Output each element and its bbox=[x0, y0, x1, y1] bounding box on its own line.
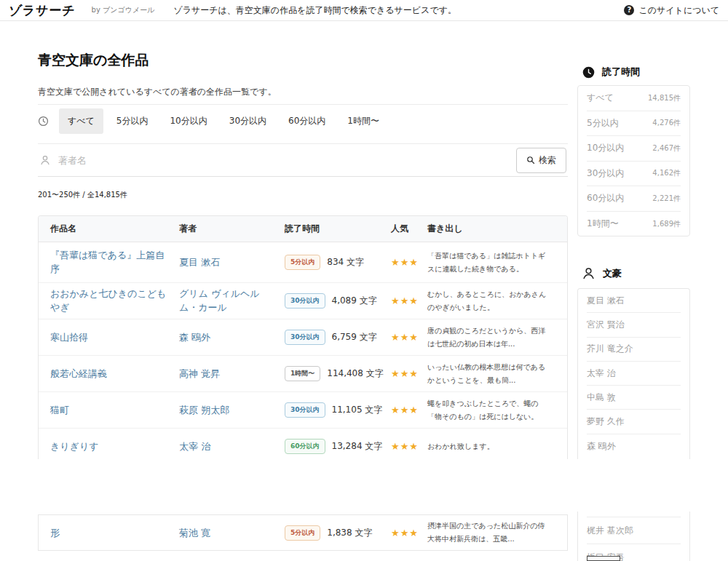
author-link[interactable]: 森 鴎外 bbox=[179, 331, 210, 345]
excerpt-text: 摂津半国の主であった松山新介の侍大将中村新兵衛は、五畿... bbox=[427, 520, 557, 546]
byline: by ブンゴウメール bbox=[92, 5, 155, 15]
filter-tab-0[interactable]: すべて bbox=[59, 108, 103, 134]
page-title: 青空文庫の全作品 bbox=[38, 51, 149, 70]
top-bar: ゾラサーチ by ブンゴウメール ゾラサーチは、青空文庫の作品を読了時間で検索で… bbox=[0, 0, 728, 21]
popularity-stars: ★★★ bbox=[391, 257, 427, 268]
reading-time-badge: 30分以内 bbox=[285, 402, 325, 418]
author-link[interactable]: グリム ヴィルヘルム・カール bbox=[179, 287, 277, 315]
author-item[interactable]: 芥川 竜之介 bbox=[587, 338, 681, 362]
reading-time-item[interactable]: 1時間〜1,689件 bbox=[587, 212, 681, 237]
work-title-cell: 猫町 bbox=[50, 402, 179, 418]
author-item[interactable]: 森 鴎外 bbox=[587, 434, 681, 458]
char-count: 834 文字 bbox=[327, 256, 364, 268]
filter-tab-2[interactable]: 10分以内 bbox=[161, 108, 215, 134]
reading-time-item-label: 60分以内 bbox=[587, 192, 624, 204]
author-link[interactable]: 菊池 寛 bbox=[179, 527, 210, 541]
reading-time-badge: 1時間〜 bbox=[285, 366, 320, 381]
work-title-link[interactable]: 『吾輩は猫である』上篇自序 bbox=[50, 249, 172, 276]
search-button[interactable]: 検索 bbox=[516, 148, 566, 173]
filter-tab-3[interactable]: 30分以内 bbox=[221, 108, 275, 134]
reading-time-cell: 1時間〜114,408 文字 bbox=[285, 366, 391, 381]
table-row: おおかみと七ひきのこどもやぎグリム ヴィルヘルム・カール30分以内4,089 文… bbox=[39, 283, 567, 319]
reading-time-item[interactable]: 10分以内2,467件 bbox=[587, 136, 681, 162]
table-row: 『吾輩は猫である』上篇自序夏目 漱石5分以内834 文字★★★「吾輩は猫である」… bbox=[39, 242, 567, 283]
author-item[interactable]: 宮沢 賢治 bbox=[587, 313, 681, 337]
filter-tab-5[interactable]: 1時間〜 bbox=[339, 108, 388, 134]
work-title-link[interactable]: 般若心経講義 bbox=[50, 367, 107, 381]
authors-heading-label: 文豪 bbox=[603, 267, 622, 280]
authors-fragment-list: 梶井 基次郎坂口 安吾 bbox=[578, 517, 689, 561]
work-title-cell: 『吾輩は猫である』上篇自序 bbox=[50, 249, 179, 276]
char-count: 11,105 文字 bbox=[332, 404, 383, 416]
char-count: 4,089 文字 bbox=[332, 295, 377, 307]
work-title-cell: 般若心経講義 bbox=[50, 366, 179, 381]
site-logo[interactable]: ゾラサーチ bbox=[7, 2, 76, 19]
author-item[interactable]: 中島 敦 bbox=[587, 386, 681, 410]
filter-tab-1[interactable]: 5分以内 bbox=[108, 108, 157, 134]
author-cell: 太宰 治 bbox=[179, 439, 285, 454]
reading-time-item[interactable]: すべて14,815件 bbox=[587, 86, 681, 111]
filter-tab-4[interactable]: 60分以内 bbox=[280, 108, 334, 134]
reading-time-item-label: 10分以内 bbox=[587, 142, 624, 154]
reading-time-item[interactable]: 60分以内2,221件 bbox=[587, 186, 681, 212]
authors-card: 夏目 漱石宮沢 賢治芥川 竜之介太宰 治中島 敦夢野 久作森 鴎外 bbox=[577, 288, 690, 459]
excerpt-text: むかし、あるところに、おかあさんのやぎがいました。 bbox=[427, 288, 557, 314]
reading-time-item-count: 14,815件 bbox=[648, 93, 681, 103]
page-subtitle: 青空文庫で公開されているすべての著者の全作品一覧です。 bbox=[38, 86, 277, 98]
popularity-stars: ★★★ bbox=[391, 528, 427, 538]
reading-time-item[interactable]: 5分以内4,276件 bbox=[587, 111, 681, 137]
author-search-input[interactable] bbox=[58, 155, 509, 166]
filter-tabs: すべて5分以内10分以内30分以内60分以内1時間〜 bbox=[59, 108, 388, 134]
reading-time-item-count: 4,276件 bbox=[652, 118, 681, 128]
popularity-stars: ★★★ bbox=[391, 332, 427, 343]
work-title-link[interactable]: 寒山拾得 bbox=[50, 331, 88, 345]
excerpt-text: おわかれ致します。 bbox=[427, 440, 557, 453]
work-title-link[interactable]: 形 bbox=[50, 527, 60, 541]
reading-time-cell: 30分以内6,759 文字 bbox=[285, 330, 391, 345]
column-header-3: 人気 bbox=[391, 223, 427, 235]
work-title-cell: 形 bbox=[50, 525, 179, 541]
reading-time-item-count: 4,162件 bbox=[652, 168, 681, 178]
column-header-0: 作品名 bbox=[50, 223, 179, 235]
author-item[interactable]: 夏目 漱石 bbox=[587, 289, 681, 313]
reading-time-item[interactable]: 30分以内4,162件 bbox=[587, 162, 681, 187]
author-cell: 高神 覚昇 bbox=[179, 366, 285, 381]
reading-time-cell: 30分以内11,105 文字 bbox=[285, 402, 391, 418]
cutoff-element bbox=[587, 556, 620, 561]
popularity-stars: ★★★ bbox=[391, 368, 427, 379]
reading-time-heading-label: 読了時間 bbox=[602, 65, 640, 79]
author-item[interactable]: 太宰 治 bbox=[587, 362, 681, 386]
reading-time-badge: 60分以内 bbox=[285, 439, 325, 454]
question-circle-icon: ? bbox=[624, 5, 634, 15]
author-item[interactable]: 夢野 久作 bbox=[587, 410, 681, 434]
reading-time-badge: 30分以内 bbox=[285, 293, 325, 309]
table-row: 般若心経講義高神 覚昇1時間〜114,408 文字★★★いったい仏教の根本思想は… bbox=[39, 356, 567, 392]
reading-time-heading: 読了時間 bbox=[582, 65, 640, 79]
work-title-cell: きりぎりす bbox=[50, 439, 179, 454]
work-title-link[interactable]: おおかみと七ひきのこどもやぎ bbox=[50, 287, 172, 315]
author-item[interactable]: 梶井 基次郎 bbox=[587, 517, 681, 544]
author-link[interactable]: 夏目 漱石 bbox=[179, 256, 220, 270]
person-outline-icon bbox=[582, 266, 596, 280]
reading-time-item-label: 5分以内 bbox=[587, 117, 619, 130]
excerpt-text: いったい仏教の根本思想は何であるかということを、最も簡... bbox=[427, 361, 557, 387]
about-link[interactable]: ? このサイトについて bbox=[624, 4, 719, 17]
author-link[interactable]: 萩原 朔太郎 bbox=[179, 404, 229, 418]
search-icon bbox=[526, 156, 535, 164]
author-search-row: 検索 bbox=[38, 143, 568, 177]
author-link[interactable]: 太宰 治 bbox=[179, 440, 210, 454]
work-title-link[interactable]: きりぎりす bbox=[50, 440, 99, 454]
authors-card-fragment: 梶井 基次郎坂口 安吾 bbox=[577, 512, 690, 561]
work-title-link[interactable]: 猫町 bbox=[50, 404, 69, 418]
excerpt-text: 「吾輩は猫である」は雑誌ホトトギスに連載した続き物である。 bbox=[427, 250, 557, 276]
reading-time-item-count: 2,467件 bbox=[652, 143, 681, 154]
reading-time-badge: 5分以内 bbox=[285, 525, 320, 541]
table-body: 『吾輩は猫である』上篇自序夏目 漱石5分以内834 文字★★★「吾輩は猫である」… bbox=[39, 242, 567, 459]
excerpt-text: 蠅を叩きつぶしたところで、蠅の「物そのもの」は死にはしない。 bbox=[427, 397, 557, 423]
char-count: 13,284 文字 bbox=[332, 440, 383, 453]
about-link-label: このサイトについて bbox=[638, 4, 719, 17]
reading-time-filter-bar: すべて5分以内10分以内30分以内60分以内1時間〜 bbox=[38, 109, 568, 133]
author-link[interactable]: 高神 覚昇 bbox=[179, 367, 220, 381]
reading-time-badge: 5分以内 bbox=[285, 255, 320, 270]
author-cell: 森 鴎外 bbox=[179, 330, 285, 345]
